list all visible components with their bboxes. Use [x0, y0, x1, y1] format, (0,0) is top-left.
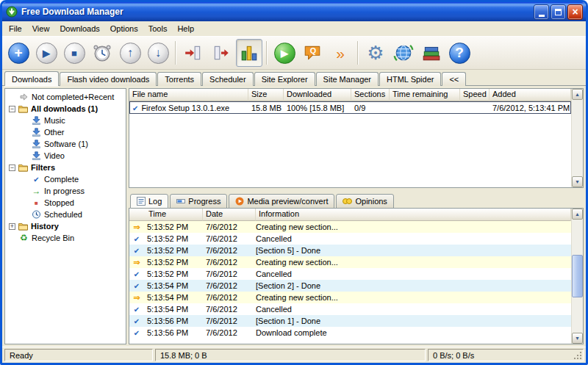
scroll-down-button[interactable]: ▼ [572, 333, 583, 344]
log-row[interactable]: 5:13:52 PM 7/6/2012 [Section 5] - Done [129, 245, 571, 256]
close-icon: × [572, 7, 578, 17]
tab-site-explorer[interactable]: Site Explorer [254, 72, 315, 86]
tab-media-preview[interactable]: Media preview/convert [229, 194, 334, 209]
column-header-time[interactable]: Time [129, 209, 203, 221]
menu-options[interactable]: Options [105, 23, 143, 35]
tree-item-complete[interactable]: Complete [5, 173, 126, 185]
tree-item-all-downloads[interactable]: All downloads (1) [5, 103, 126, 115]
remote-control-button[interactable] [390, 39, 417, 67]
tree-item-video[interactable]: Video [5, 150, 126, 162]
tab-html-spider[interactable]: HTML Spider [379, 72, 441, 86]
log-row[interactable]: 5:13:52 PM 7/6/2012 Creating new section… [129, 221, 571, 233]
close-button[interactable]: × [567, 4, 583, 20]
move-up-button[interactable]: ↑ [117, 39, 143, 67]
log-info: [Section 5] - Done [256, 246, 571, 255]
collapse-box-icon[interactable] [9, 106, 15, 112]
tree-item-other[interactable]: Other [5, 126, 126, 138]
red-square-icon [32, 200, 41, 206]
tab-log[interactable]: Log [130, 194, 168, 209]
log-row[interactable]: 5:13:56 PM 7/6/2012 [Section 1] - Done [129, 315, 571, 327]
log-row[interactable]: 5:13:52 PM 7/6/2012 Creating new section… [129, 256, 571, 268]
tab-torrents[interactable]: Torrents [157, 72, 201, 86]
maximize-button[interactable] [551, 4, 566, 20]
start-all-button[interactable]: ▶ [271, 39, 298, 67]
tree-item-stopped[interactable]: Stopped [5, 197, 126, 209]
tree-item-history[interactable]: History [5, 220, 126, 232]
minimize-button[interactable] [534, 4, 549, 20]
tab-flash-video-downloads[interactable]: Flash video downloads [60, 72, 157, 86]
scroll-up-button[interactable]: ▲ [572, 89, 583, 100]
scrollbar-track[interactable] [572, 220, 583, 333]
menu-help[interactable]: Help [172, 23, 199, 35]
column-header-file-name[interactable]: File name [129, 89, 248, 101]
tab-scheduler[interactable]: Scheduler [202, 72, 254, 86]
scrollbar-track[interactable] [572, 100, 583, 176]
menu-view[interactable]: View [27, 23, 55, 35]
tree-item-software[interactable]: Software (1) [5, 138, 126, 150]
green-play-icon: ▶ [274, 43, 295, 64]
library-button[interactable] [418, 39, 445, 67]
export-list-button[interactable] [208, 39, 234, 67]
column-header-downloaded[interactable]: Downloaded [284, 89, 351, 101]
menu-tools[interactable]: Tools [143, 23, 173, 35]
tree-item-label: History [31, 222, 59, 231]
import-list-button[interactable] [180, 39, 207, 67]
tree-item-scheduled[interactable]: Scheduled [5, 209, 126, 220]
log-scrollbar[interactable]: ▲ ▼ [571, 209, 583, 344]
category-icon [32, 151, 41, 160]
menu-file[interactable]: File [4, 23, 27, 35]
log-row[interactable]: 5:13:54 PM 7/6/2012 Cancelled [129, 303, 571, 315]
tab-progress[interactable]: Progress [170, 194, 227, 209]
column-header-size[interactable]: Size [248, 89, 284, 101]
scheduler-button[interactable] [89, 39, 115, 67]
recycle-icon [19, 233, 29, 243]
column-header-added[interactable]: Added [490, 89, 571, 101]
resize-grip[interactable] [573, 351, 582, 360]
completed-check-icon [132, 104, 138, 112]
move-down-button[interactable]: ↓ [145, 39, 171, 67]
tree-item-recycle-bin[interactable]: Recycle Bin [5, 232, 126, 244]
scroll-down-button[interactable]: ▼ [572, 176, 583, 187]
expand-box-icon[interactable] [9, 223, 15, 230]
settings-button[interactable]: ⚙ [362, 39, 389, 67]
stop-download-button[interactable]: ■ [61, 39, 87, 67]
scrollbar-thumb[interactable] [572, 255, 583, 297]
column-header-sections[interactable]: Sections [351, 89, 390, 101]
tree-item-label: Filters [31, 163, 55, 172]
progress-icon [176, 197, 185, 206]
sections-chart-toggle[interactable] [236, 39, 262, 67]
log-row[interactable]: 5:13:52 PM 7/6/2012 Cancelled [129, 268, 571, 280]
start-download-button[interactable]: ▶ [33, 39, 60, 67]
downloads-scrollbar[interactable]: ▲ ▼ [571, 89, 583, 187]
scroll-up-button[interactable]: ▲ [572, 209, 583, 220]
log-row[interactable]: 5:13:54 PM 7/6/2012 Creating new section… [129, 292, 571, 303]
community-button[interactable]: » [327, 39, 354, 67]
add-download-button[interactable]: + [5, 39, 32, 67]
tree-item-filters[interactable]: Filters [5, 162, 126, 173]
menu-downloads[interactable]: Downloads [54, 23, 104, 35]
download-row[interactable]: Firefox Setup 13.0.1.exe 15.8 MB 100% [1… [129, 101, 571, 114]
column-header-speed[interactable]: Speed [460, 89, 490, 101]
log-time: 5:13:54 PM [144, 305, 203, 314]
log-row[interactable]: 5:13:54 PM 7/6/2012 [Section 2] - Done [129, 280, 571, 292]
title-bar[interactable]: Free Download Manager × [2, 2, 586, 21]
tree-item-not-completed[interactable]: Not completed+Recent [5, 91, 126, 103]
right-column: File name Size Downloaded Sections Time … [129, 88, 584, 344]
tree-item-in-progress[interactable]: In progress [5, 185, 126, 197]
stop-icon: ■ [64, 43, 85, 64]
tree-item-music[interactable]: Music [5, 115, 126, 126]
tab-downloads[interactable]: Downloads [4, 71, 59, 86]
column-header-date[interactable]: Date [203, 209, 256, 221]
column-header-time-remaining[interactable]: Time remaining [390, 89, 460, 101]
tab-site-manager[interactable]: Site Manager [316, 72, 379, 86]
log-row[interactable]: 5:13:52 PM 7/6/2012 Cancelled [129, 233, 571, 245]
tab-opinions[interactable]: Opinions [336, 194, 393, 209]
column-header-information[interactable]: Information [256, 209, 571, 221]
feedback-button[interactable]: Q [299, 39, 326, 67]
help-button[interactable]: ? [446, 39, 473, 67]
collapse-box-icon[interactable] [9, 165, 15, 171]
question-icon: ? [449, 43, 470, 64]
tab-collapse[interactable]: << [442, 72, 466, 86]
status-bar: Ready 15.8 MB; 0 B 0 B/s; 0 B/s [2, 347, 586, 363]
log-row[interactable]: 5:13:56 PM 7/6/2012 Download complete [129, 327, 571, 339]
